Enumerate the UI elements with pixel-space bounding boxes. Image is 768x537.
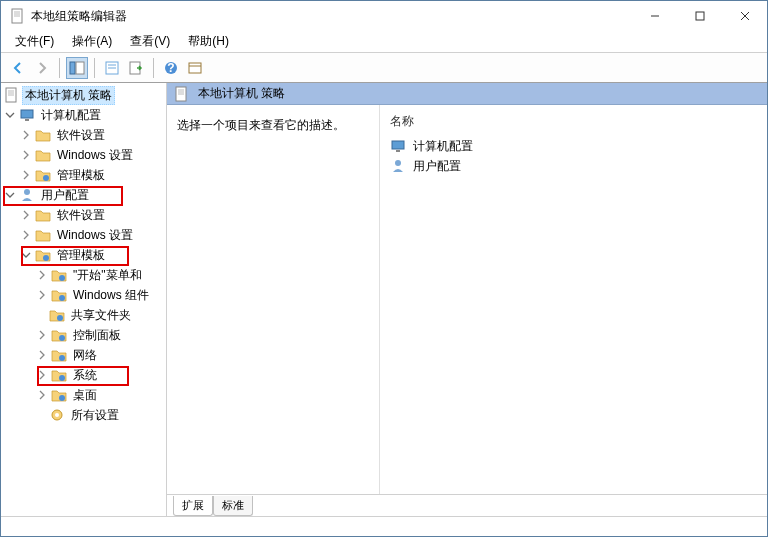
toolbar [1, 53, 767, 83]
computer-icon [19, 107, 35, 123]
list-pane[interactable]: 名称 计算机配置 用户配置 [379, 105, 767, 494]
help-button[interactable] [160, 57, 182, 79]
tree-desktop[interactable]: 桌面 [1, 385, 166, 405]
list-item-user-config[interactable]: 用户配置 [390, 156, 757, 176]
body: 本地计算机 策略 计算机配置 软件设置 Windows 设置 [1, 83, 767, 516]
tab-standard[interactable]: 标准 [213, 496, 253, 516]
expand-icon[interactable] [35, 388, 49, 402]
tree-label: "开始"菜单和 [70, 266, 145, 285]
tree-computer-config[interactable]: 计算机配置 [1, 105, 166, 125]
list-item-label: 计算机配置 [413, 138, 473, 155]
tree-label: 系统 [70, 366, 100, 385]
menu-bar: 文件(F) 操作(A) 查看(V) 帮助(H) [1, 31, 767, 53]
list-item-computer-config[interactable]: 计算机配置 [390, 136, 757, 156]
tree-pane[interactable]: 本地计算机 策略 计算机配置 软件设置 Windows 设置 [1, 83, 167, 516]
show-tree-button[interactable] [66, 57, 88, 79]
window-controls [632, 1, 767, 31]
tree-label: 网络 [70, 346, 100, 365]
expand-icon[interactable] [35, 348, 49, 362]
tree-user-config[interactable]: 用户配置 [1, 185, 166, 205]
expand-icon[interactable] [19, 248, 33, 262]
menu-help[interactable]: 帮助(H) [184, 31, 233, 52]
tree-all-settings[interactable]: 所有设置 [1, 405, 166, 425]
column-header-name[interactable]: 名称 [390, 113, 757, 136]
tree-label: 管理模板 [54, 166, 108, 185]
tree-label: 桌面 [70, 386, 100, 405]
tree-admin-templates[interactable]: 管理模板 [1, 245, 166, 265]
tree-label: 计算机配置 [38, 106, 104, 125]
status-bar [1, 516, 767, 536]
separator [94, 58, 95, 78]
tree-windows-components[interactable]: Windows 组件 [1, 285, 166, 305]
tree-label: Windows 设置 [54, 226, 136, 245]
expand-icon[interactable] [19, 228, 33, 242]
tree-label: 用户配置 [38, 186, 92, 205]
separator [153, 58, 154, 78]
user-icon [19, 187, 35, 203]
user-icon [390, 158, 406, 174]
tree-start-menu[interactable]: "开始"菜单和 [1, 265, 166, 285]
forward-button[interactable] [31, 57, 53, 79]
expand-icon[interactable] [35, 268, 49, 282]
tree-label: 所有设置 [68, 406, 122, 425]
folder-icon [35, 147, 51, 163]
properties-button[interactable] [101, 57, 123, 79]
app-icon [9, 8, 25, 24]
tree-root[interactable]: 本地计算机 策略 [1, 85, 166, 105]
expand-icon[interactable] [19, 128, 33, 142]
separator [59, 58, 60, 78]
expand-icon[interactable] [35, 328, 49, 342]
maximize-button[interactable] [677, 1, 722, 31]
folder-icon [51, 267, 67, 283]
tree-software-settings[interactable]: 软件设置 [1, 205, 166, 225]
expand-icon[interactable] [35, 368, 49, 382]
svg-rect-13 [696, 12, 704, 20]
computer-icon [390, 138, 406, 154]
filter-button[interactable] [184, 57, 206, 79]
folder-icon [51, 327, 67, 343]
tree-label: 软件设置 [54, 126, 108, 145]
menu-file[interactable]: 文件(F) [11, 31, 58, 52]
expand-icon[interactable] [35, 288, 49, 302]
back-button[interactable] [7, 57, 29, 79]
tree-label: Windows 设置 [54, 146, 136, 165]
expand-icon[interactable] [19, 168, 33, 182]
menu-view[interactable]: 查看(V) [126, 31, 174, 52]
doc-icon [173, 86, 189, 102]
tree-windows-settings[interactable]: Windows 设置 [1, 225, 166, 245]
doc-icon [3, 87, 19, 103]
folder-icon [51, 287, 67, 303]
content-header: 本地计算机 策略 [167, 83, 767, 105]
menu-action[interactable]: 操作(A) [68, 31, 116, 52]
tree-network[interactable]: 网络 [1, 345, 166, 365]
tree-admin-templates[interactable]: 管理模板 [1, 165, 166, 185]
folder-icon [51, 387, 67, 403]
description-text: 选择一个项目来查看它的描述。 [177, 117, 369, 134]
svg-rect-16 [70, 62, 75, 74]
tab-extended[interactable]: 扩展 [173, 496, 213, 516]
tree-system[interactable]: 系统 [1, 365, 166, 385]
tree-control-panel[interactable]: 控制面板 [1, 325, 166, 345]
tree-windows-settings[interactable]: Windows 设置 [1, 145, 166, 165]
tree-software-settings[interactable]: 软件设置 [1, 125, 166, 145]
window-title: 本地组策略编辑器 [31, 8, 632, 25]
folder-icon [35, 207, 51, 223]
tree-label: 共享文件夹 [68, 306, 134, 325]
folder-icon [35, 127, 51, 143]
minimize-button[interactable] [632, 1, 677, 31]
content-body: 选择一个项目来查看它的描述。 名称 计算机配置 用户配置 [167, 105, 767, 494]
description-pane: 选择一个项目来查看它的描述。 [167, 105, 379, 494]
folder-icon [49, 307, 65, 323]
tree-label: 管理模板 [54, 246, 108, 265]
expand-icon[interactable] [3, 108, 17, 122]
window: 本地组策略编辑器 文件(F) 操作(A) 查看(V) 帮助(H) 本地计算机 策… [0, 0, 768, 537]
folder-icon [51, 367, 67, 383]
expand-icon[interactable] [3, 188, 17, 202]
export-button[interactable] [125, 57, 147, 79]
svg-rect-22 [189, 63, 201, 73]
tree-shared-folders[interactable]: 共享文件夹 [1, 305, 166, 325]
expand-icon[interactable] [19, 148, 33, 162]
expand-icon[interactable] [19, 208, 33, 222]
close-button[interactable] [722, 1, 767, 31]
folder-icon [35, 227, 51, 243]
